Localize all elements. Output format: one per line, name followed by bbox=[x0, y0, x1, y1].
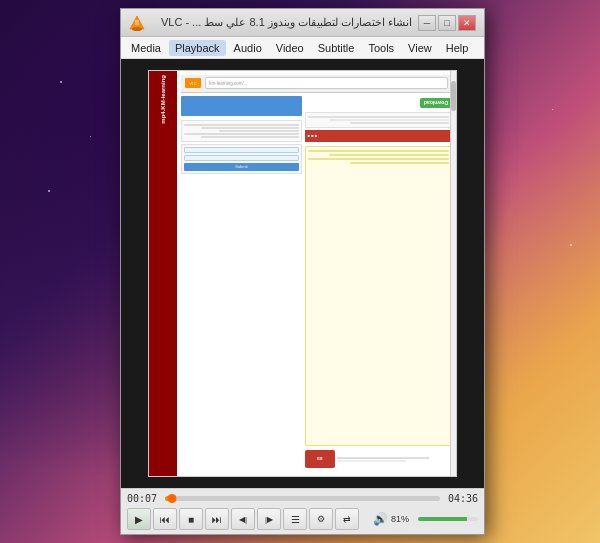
webpage-header: VLC km-learning.com/... bbox=[181, 75, 452, 93]
text-line bbox=[337, 460, 406, 462]
control-bar: 00:07 04:36 ▶ ⏮ ■ ⏭ bbox=[121, 488, 484, 534]
seekbar[interactable] bbox=[165, 496, 440, 501]
logo-spacer bbox=[337, 457, 452, 462]
buttons-row: ▶ ⏮ ■ ⏭ ◀| |▶ ☰ bbox=[127, 508, 478, 530]
title-bar: انشاء اختصارات لتطبيقات ويندوز 8.1 علي س… bbox=[121, 9, 484, 37]
menu-media[interactable]: Media bbox=[125, 40, 167, 56]
total-time: 04:36 bbox=[446, 493, 478, 504]
logo-area: KM bbox=[305, 450, 452, 468]
svg-rect-2 bbox=[135, 20, 139, 25]
close-button[interactable]: ✕ bbox=[458, 15, 476, 31]
seekbar-handle[interactable] bbox=[168, 494, 177, 503]
browser-icon: VLC bbox=[185, 78, 201, 88]
menu-playback[interactable]: Playback bbox=[169, 40, 226, 56]
prev-button[interactable]: ⏮ bbox=[153, 508, 177, 530]
input-sim bbox=[184, 155, 298, 161]
arabic-content-block bbox=[305, 112, 452, 128]
volume-area: 🔊 81% bbox=[373, 512, 478, 526]
vlc-icon bbox=[129, 15, 145, 31]
playlist-toggle-button[interactable]: ☰ bbox=[283, 508, 307, 530]
play-button[interactable]: ▶ bbox=[127, 508, 151, 530]
minimize-button[interactable]: ─ bbox=[418, 15, 436, 31]
volume-icon: 🔊 bbox=[373, 512, 388, 526]
scrollbar-thumb[interactable] bbox=[451, 81, 456, 111]
window-title: انشاء اختصارات لتطبيقات ويندوز 8.1 علي س… bbox=[151, 16, 412, 29]
video-content: mp4.KM-learning VLC km-learning.com/... bbox=[121, 59, 484, 488]
right-column: Download ■ ■ ■ bbox=[305, 96, 452, 469]
extended-settings-button[interactable]: ⚙ bbox=[309, 508, 333, 530]
volume-fill bbox=[418, 517, 467, 521]
text-line bbox=[184, 124, 298, 126]
progress-row: 00:07 04:36 bbox=[127, 493, 478, 504]
logo-text: KM bbox=[317, 457, 322, 461]
url-text: km-learning.com/... bbox=[209, 81, 247, 86]
menu-bar: Media Playback Audio Video Subtitle Tool… bbox=[121, 37, 484, 59]
maximize-button[interactable]: □ bbox=[438, 15, 456, 31]
input-sim bbox=[184, 147, 298, 153]
webpage-content: Submit Download bbox=[181, 96, 452, 469]
text-line bbox=[201, 127, 298, 129]
site-logo: KM bbox=[305, 450, 335, 468]
download-button-sim: Download bbox=[420, 98, 452, 108]
download-area: Download bbox=[305, 96, 452, 110]
webpage-simulation: mp4.KM-learning VLC km-learning.com/... bbox=[148, 70, 457, 478]
window-controls: ─ □ ✕ bbox=[418, 15, 476, 31]
text-line bbox=[308, 158, 449, 160]
playlist-icon: ☰ bbox=[291, 514, 300, 525]
left-column: Submit bbox=[181, 96, 301, 469]
frame-prev-icon: ◀| bbox=[239, 515, 247, 524]
text-line bbox=[329, 154, 449, 156]
text-line bbox=[350, 162, 449, 164]
text-line bbox=[337, 457, 429, 459]
frame-next-button[interactable]: |▶ bbox=[257, 508, 281, 530]
content-block-1 bbox=[181, 120, 301, 142]
star-decoration bbox=[90, 136, 91, 137]
content-block-2: Submit bbox=[181, 144, 301, 174]
svg-point-1 bbox=[132, 27, 142, 31]
menu-tools[interactable]: Tools bbox=[362, 40, 400, 56]
random-button[interactable]: ⇄ bbox=[335, 508, 359, 530]
text-line bbox=[201, 136, 298, 138]
webpage-sidebar: mp4.KM-learning bbox=[149, 71, 177, 477]
prev-icon: ⏮ bbox=[160, 514, 170, 525]
yellow-content-box bbox=[305, 146, 452, 447]
text-line bbox=[219, 130, 299, 132]
text-line bbox=[308, 116, 449, 118]
video-area: mp4.KM-learning VLC km-learning.com/... bbox=[121, 59, 484, 488]
current-time: 00:07 bbox=[127, 493, 159, 504]
menu-video[interactable]: Video bbox=[270, 40, 310, 56]
webpage-scrollbar[interactable] bbox=[450, 71, 456, 477]
text-line bbox=[184, 133, 298, 135]
extended-icon: ⚙ bbox=[317, 514, 325, 524]
red-banner: ■ ■ ■ bbox=[305, 130, 452, 142]
play-icon: ▶ bbox=[135, 514, 143, 525]
text-line bbox=[350, 122, 449, 124]
volume-percentage: 81% bbox=[391, 514, 415, 524]
star-decoration bbox=[552, 109, 553, 110]
frame-prev-button[interactable]: ◀| bbox=[231, 508, 255, 530]
webpage-main: VLC km-learning.com/... bbox=[177, 71, 456, 477]
text-line bbox=[329, 119, 449, 121]
browser-addressbar: km-learning.com/... bbox=[205, 77, 448, 89]
vlc-window: انشاء اختصارات لتطبيقات ويندوز 8.1 علي س… bbox=[120, 8, 485, 535]
volume-track bbox=[418, 517, 478, 521]
menu-help[interactable]: Help bbox=[440, 40, 475, 56]
next-button[interactable]: ⏭ bbox=[205, 508, 229, 530]
next-icon: ⏭ bbox=[212, 514, 222, 525]
text-line bbox=[308, 150, 449, 152]
sidebar-text: mp4.KM-learning bbox=[160, 75, 167, 124]
random-icon: ⇄ bbox=[343, 514, 351, 524]
stop-button[interactable]: ■ bbox=[179, 508, 203, 530]
banner-text: ■ ■ ■ bbox=[308, 133, 317, 138]
menu-subtitle[interactable]: Subtitle bbox=[312, 40, 361, 56]
menu-view[interactable]: View bbox=[402, 40, 438, 56]
volume-slider[interactable] bbox=[418, 513, 478, 525]
blue-header-box bbox=[181, 96, 301, 116]
frame-next-icon: |▶ bbox=[265, 515, 273, 524]
submit-btn-sim: Submit bbox=[184, 163, 298, 171]
stop-icon: ■ bbox=[188, 514, 194, 525]
menu-audio[interactable]: Audio bbox=[228, 40, 268, 56]
